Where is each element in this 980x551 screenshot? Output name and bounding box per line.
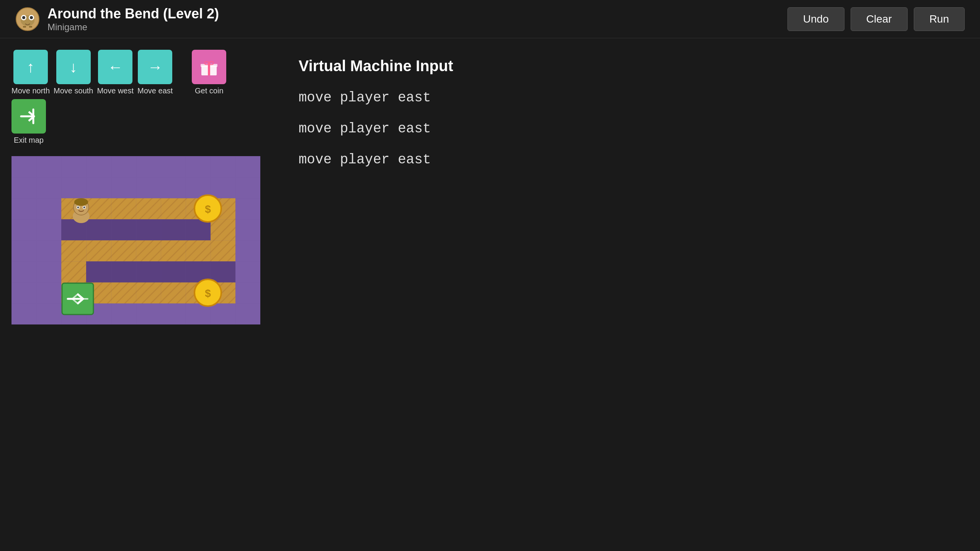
app-header: Around the Bend (Level 2) Minigame Undo …: [0, 0, 980, 38]
app-title: Around the Bend (Level 2): [47, 6, 219, 22]
map-svg: $ $: [11, 156, 260, 324]
game-map: $ $: [11, 156, 260, 324]
vmi-lines: move player east move player east move p…: [299, 90, 957, 168]
vmi-line-2: move player east: [299, 121, 957, 137]
vmi-line-3: move player east: [299, 152, 957, 168]
clear-button[interactable]: Clear: [851, 7, 908, 31]
svg-point-4: [22, 16, 25, 19]
title-block: Around the Bend (Level 2) Minigame: [47, 6, 219, 33]
svg-text:$: $: [205, 287, 211, 299]
header-buttons: Undo Clear Run: [787, 7, 965, 31]
app-icon: [15, 7, 40, 31]
undo-button[interactable]: Undo: [787, 7, 844, 31]
right-panel: Virtual Machine Input move player east m…: [276, 38, 980, 551]
svg-point-82: [83, 207, 85, 209]
svg-point-5: [30, 16, 33, 19]
move-north-label: Move north: [11, 86, 50, 95]
vmi-line-1: move player east: [299, 90, 957, 106]
move-south-icon: ↓: [56, 50, 91, 84]
app-subtitle: Minigame: [47, 22, 219, 33]
header-left: Around the Bend (Level 2) Minigame: [15, 6, 219, 33]
svg-point-81: [77, 207, 79, 209]
svg-rect-13: [208, 62, 210, 65]
cmd-move-east[interactable]: → Move east: [137, 50, 173, 95]
svg-rect-70: [11, 156, 260, 324]
cmd-exit-map[interactable]: Exit map: [11, 99, 46, 145]
move-east-label: Move east: [137, 86, 173, 95]
svg-rect-6: [23, 26, 26, 28]
svg-rect-7: [29, 26, 32, 28]
move-east-icon: →: [138, 50, 172, 84]
command-tiles: ↑ Move north ↓ Move south ← Move west → …: [11, 50, 264, 145]
svg-rect-78: [74, 201, 88, 204]
cmd-get-coin[interactable]: Get coin: [192, 50, 226, 95]
run-button[interactable]: Run: [914, 7, 965, 31]
svg-text:$: $: [205, 203, 211, 215]
exit-map-icon: [11, 99, 46, 134]
cmd-move-north[interactable]: ↑ Move north: [11, 50, 50, 95]
move-west-label: Move west: [97, 86, 134, 95]
move-north-icon: ↑: [13, 50, 48, 84]
cmd-move-south[interactable]: ↓ Move south: [54, 50, 93, 95]
exit-map-label: Exit map: [14, 136, 44, 145]
vmi-title: Virtual Machine Input: [299, 57, 957, 75]
move-south-label: Move south: [54, 86, 93, 95]
move-west-icon: ←: [98, 50, 132, 84]
get-coin-label: Get coin: [195, 86, 223, 95]
cmd-move-west[interactable]: ← Move west: [97, 50, 134, 95]
left-panel: ↑ Move north ↓ Move south ← Move west → …: [0, 38, 276, 551]
main-content: ↑ Move north ↓ Move south ← Move west → …: [0, 38, 980, 551]
get-coin-icon: [192, 50, 226, 84]
